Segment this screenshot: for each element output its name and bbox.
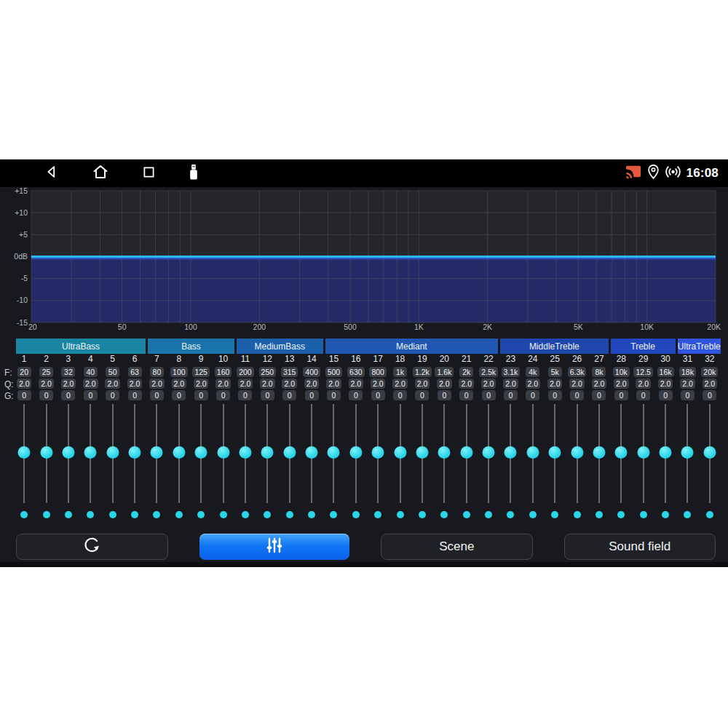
channel-dot[interactable] (20, 511, 28, 518)
slider-knob[interactable] (637, 446, 649, 459)
channel-dot[interactable] (197, 511, 205, 518)
q-value[interactable]: 2.0 (614, 379, 629, 389)
channel-dot[interactable] (596, 511, 603, 518)
channel-dot[interactable] (153, 511, 160, 518)
channel-dot[interactable] (684, 511, 691, 518)
slider-knob[interactable] (372, 446, 384, 459)
equalizer-button[interactable] (199, 534, 350, 560)
slider-knob[interactable] (151, 446, 163, 459)
q-value[interactable]: 2.0 (304, 379, 320, 389)
freq-value[interactable]: 4k (526, 367, 539, 377)
q-value[interactable]: 2.0 (526, 379, 541, 389)
gain-value[interactable]: 0 (216, 390, 230, 400)
gain-slider-ch14[interactable] (301, 403, 323, 505)
q-value[interactable]: 2.0 (392, 379, 408, 389)
gain-slider-ch28[interactable] (610, 403, 632, 505)
channel-dot[interactable] (551, 511, 558, 518)
gain-slider-ch23[interactable] (499, 403, 521, 505)
q-value[interactable]: 2.0 (636, 379, 651, 389)
q-value[interactable]: 2.0 (215, 379, 231, 389)
channel-dot[interactable] (617, 511, 625, 518)
gain-value[interactable]: 0 (438, 390, 451, 400)
freq-value[interactable]: 40 (84, 367, 98, 377)
channel-dot[interactable] (706, 511, 713, 518)
gain-slider-ch2[interactable] (35, 403, 57, 505)
q-value[interactable]: 2.0 (349, 379, 364, 389)
gain-value[interactable]: 0 (327, 390, 341, 400)
freq-value[interactable]: 800 (369, 367, 387, 377)
channel-dot[interactable] (87, 511, 94, 518)
gain-value[interactable]: 0 (150, 390, 164, 400)
q-value[interactable]: 2.0 (680, 379, 695, 389)
gain-slider-ch22[interactable] (478, 403, 499, 505)
slider-knob[interactable] (703, 446, 716, 459)
gain-slider-ch4[interactable] (79, 403, 101, 505)
gain-slider-ch16[interactable] (345, 403, 367, 505)
gain-slider-ch26[interactable] (566, 403, 587, 505)
gain-value[interactable]: 0 (703, 390, 716, 400)
gain-slider-ch12[interactable] (256, 403, 278, 505)
gain-slider-ch20[interactable] (433, 403, 455, 505)
channel-dot[interactable] (43, 511, 50, 518)
gain-slider-ch32[interactable] (699, 403, 721, 505)
gain-slider-ch27[interactable] (588, 403, 610, 505)
channel-dot[interactable] (662, 511, 669, 518)
channel-dot[interactable] (308, 511, 315, 518)
q-value[interactable]: 2.0 (326, 379, 341, 389)
freq-value[interactable]: 6.3k (568, 367, 587, 377)
slider-knob[interactable] (460, 446, 472, 459)
slider-knob[interactable] (261, 446, 274, 459)
freq-value[interactable]: 1.2k (413, 367, 432, 377)
back-icon[interactable] (44, 164, 60, 183)
freq-value[interactable]: 3.1k (502, 367, 521, 377)
gain-value[interactable]: 0 (415, 390, 429, 400)
gain-value[interactable]: 0 (371, 390, 385, 400)
gain-slider-ch25[interactable] (544, 403, 566, 505)
channel-dot[interactable] (330, 511, 337, 518)
gain-slider-ch10[interactable] (212, 403, 234, 505)
slider-knob[interactable] (416, 446, 428, 459)
freq-value[interactable]: 16k (657, 367, 674, 377)
slider-knob[interactable] (526, 446, 539, 459)
band-ultratreble[interactable]: UltraTreble (678, 339, 721, 354)
gain-value[interactable]: 0 (659, 390, 673, 400)
q-value[interactable]: 2.0 (83, 379, 98, 389)
q-value[interactable]: 2.0 (17, 379, 32, 389)
slider-knob[interactable] (505, 446, 517, 459)
gain-value[interactable]: 0 (570, 390, 584, 400)
gain-slider-ch6[interactable] (124, 403, 146, 505)
channel-dot[interactable] (242, 511, 249, 518)
gain-slider-ch11[interactable] (234, 403, 256, 505)
q-value[interactable]: 2.0 (282, 379, 297, 389)
freq-value[interactable]: 630 (347, 367, 365, 377)
channel-dot[interactable] (286, 511, 293, 518)
slider-knob[interactable] (106, 446, 119, 459)
slider-knob[interactable] (394, 446, 406, 459)
band-mediant[interactable]: Mediant (325, 339, 499, 354)
q-value[interactable]: 2.0 (39, 379, 54, 389)
gain-slider-ch15[interactable] (323, 403, 344, 505)
slider-knob[interactable] (549, 446, 561, 459)
sound-field-button[interactable]: Sound field (564, 534, 716, 560)
q-value[interactable]: 2.0 (415, 379, 430, 389)
slider-knob[interactable] (217, 446, 229, 459)
slider-knob[interactable] (349, 446, 362, 459)
recents-icon[interactable] (141, 165, 157, 183)
freq-value[interactable]: 32 (61, 367, 75, 377)
slider-knob[interactable] (129, 446, 141, 459)
freq-value[interactable]: 63 (128, 367, 142, 377)
slider-knob[interactable] (62, 446, 74, 459)
gain-value[interactable]: 0 (128, 390, 142, 400)
q-value[interactable]: 2.0 (592, 379, 607, 389)
gain-value[interactable]: 0 (614, 390, 628, 400)
q-value[interactable]: 2.0 (172, 379, 187, 389)
slider-knob[interactable] (239, 446, 251, 459)
slider-knob[interactable] (84, 446, 97, 459)
gain-value[interactable]: 0 (592, 390, 606, 400)
scene-button[interactable]: Scene (381, 534, 533, 560)
channel-dot[interactable] (264, 511, 271, 518)
gain-value[interactable]: 0 (39, 390, 53, 400)
q-value[interactable]: 2.0 (238, 379, 253, 389)
freq-value[interactable]: 18k (679, 367, 696, 377)
band-ultrabass[interactable]: UltraBass (16, 339, 146, 354)
